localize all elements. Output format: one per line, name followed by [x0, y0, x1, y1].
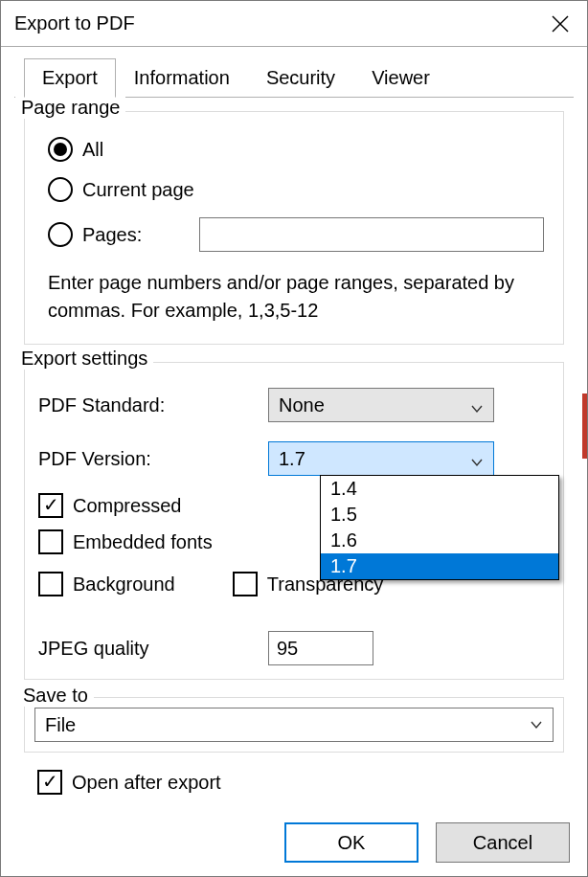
cancel-button[interactable]: Cancel [436, 822, 570, 863]
input-jpeg-quality[interactable] [268, 631, 373, 665]
tab-content: Page range All Current page Pages: Enter… [14, 97, 574, 795]
export-settings-group: Export settings PDF Standard: None PDF V… [24, 362, 564, 680]
checkbox-embedded-fonts[interactable] [38, 529, 63, 554]
dialog-title: Export to PDF [14, 12, 135, 34]
tab-security[interactable]: Security [248, 58, 353, 98]
tab-viewer[interactable]: Viewer [353, 58, 448, 98]
save-to-group: Save to File [24, 697, 564, 753]
background-accent [582, 394, 588, 459]
option-1-6[interactable]: 1.6 [321, 528, 558, 553]
page-range-hint: Enter page numbers and/or page ranges, s… [48, 269, 540, 325]
radio-all[interactable] [48, 137, 73, 162]
tab-information[interactable]: Information [116, 58, 248, 98]
checkbox-compressed[interactable] [38, 493, 63, 518]
checkbox-background[interactable] [38, 572, 63, 596]
radio-current[interactable] [48, 177, 73, 202]
label-background: Background [73, 573, 175, 596]
titlebar: Export to PDF [1, 1, 587, 47]
row-open-after-export[interactable]: Open after export [37, 770, 574, 795]
radio-label-all: All [82, 139, 103, 161]
group-label-page-range: Page range [15, 97, 125, 119]
chevron-down-icon [530, 714, 543, 736]
combo-pdf-standard[interactable]: None [268, 388, 494, 422]
row-pdf-standard: PDF Standard: None [38, 388, 550, 422]
label-pdf-version: PDF Version: [38, 448, 268, 470]
radio-pages[interactable] [48, 222, 73, 247]
row-background[interactable]: Background [38, 572, 175, 596]
label-open-after: Open after export [72, 772, 221, 794]
label-embedded-fonts: Embedded fonts [73, 531, 213, 553]
button-bar: OK Cancel [284, 822, 570, 863]
label-compressed: Compressed [73, 495, 181, 517]
group-label-save-to: Save to [17, 685, 94, 707]
row-pdf-version: PDF Version: 1.7 1.4 1.5 1.6 1.7 [38, 441, 550, 476]
option-1-4[interactable]: 1.4 [321, 476, 558, 502]
group-label-export-settings: Export settings [15, 348, 153, 370]
label-jpeg-quality: JPEG quality [38, 638, 268, 660]
radio-row-all[interactable]: All [48, 137, 550, 162]
combo-pdf-version-value: 1.7 [279, 448, 305, 470]
chevron-down-icon [470, 398, 484, 412]
radio-row-pages: Pages: [48, 217, 550, 252]
checkbox-transparency[interactable] [233, 572, 258, 596]
chevron-down-icon [470, 452, 484, 465]
dropdown-pdf-version: 1.4 1.5 1.6 1.7 [320, 475, 559, 580]
combo-pdf-standard-value: None [279, 394, 325, 416]
pages-input[interactable] [199, 217, 544, 252]
row-jpeg-quality: JPEG quality [38, 631, 550, 665]
label-pdf-standard: PDF Standard: [38, 394, 268, 416]
close-button[interactable] [533, 1, 587, 47]
tab-bar: Export Information Security Viewer [24, 58, 587, 98]
radio-label-pages: Pages: [82, 224, 142, 246]
option-1-7[interactable]: 1.7 [321, 553, 558, 579]
combo-pdf-version[interactable]: 1.7 [268, 441, 494, 476]
radio-label-current: Current page [82, 179, 194, 201]
checkbox-open-after[interactable] [37, 770, 62, 795]
ok-button[interactable]: OK [284, 822, 418, 863]
combo-save-to-value: File [45, 714, 76, 736]
tab-export[interactable]: Export [24, 58, 116, 98]
close-icon [551, 14, 570, 34]
option-1-5[interactable]: 1.5 [321, 502, 558, 528]
page-range-group: Page range All Current page Pages: Enter… [24, 111, 564, 345]
combo-save-to[interactable]: File [34, 708, 554, 742]
radio-row-current[interactable]: Current page [48, 177, 550, 202]
